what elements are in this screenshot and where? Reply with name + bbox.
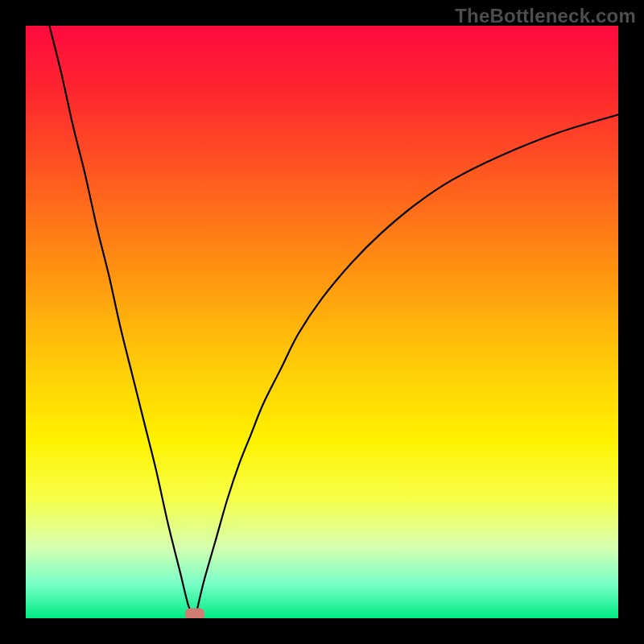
chart-svg	[26, 26, 618, 618]
watermark-text: TheBottleneck.com	[455, 5, 636, 27]
optimum-marker	[185, 608, 204, 618]
chart-frame: TheBottleneck.com	[0, 0, 644, 644]
gradient-background	[26, 26, 618, 618]
plot-area	[26, 26, 618, 618]
